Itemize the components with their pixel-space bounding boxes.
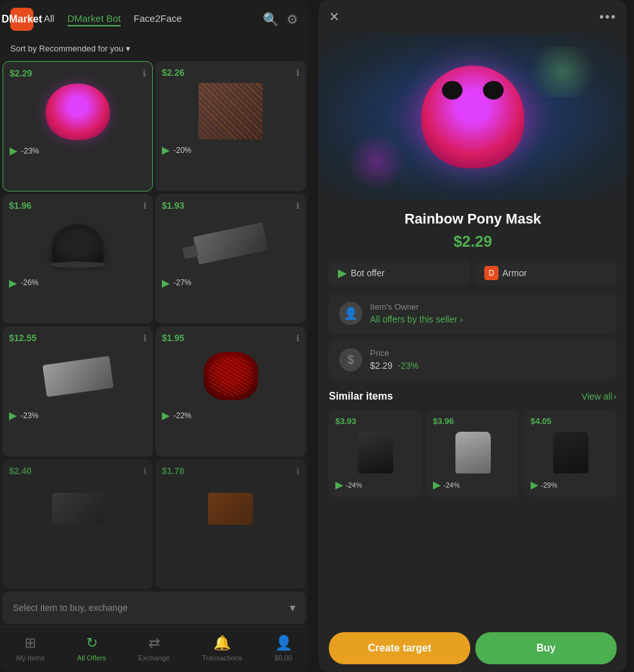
list-item[interactable]: $1.96 ℹ ▶ -26% (3, 194, 153, 324)
similar-price-2: $3.96 (433, 416, 513, 426)
filter-icon[interactable]: ⚙ (286, 12, 298, 27)
item-discount: -22% (173, 411, 191, 420)
similar-cards: $3.93 ▶ -24% $3.96 ▶ -24% (329, 410, 617, 497)
nav-label-all-offers: All Offers (77, 654, 106, 662)
owner-content: Item's Owner All offers by this seller › (370, 302, 606, 324)
select-bar-label: Select item to buy, exchange (13, 603, 128, 613)
item-image-area (162, 213, 299, 274)
price-row: $ Price $2.29 -23% (339, 348, 606, 371)
item-price: $2.29 (10, 68, 146, 78)
nav-label-exchange: Exchange (138, 654, 170, 662)
price-section: $ Price $2.29 -23% (329, 339, 617, 380)
search-icon[interactable]: 🔍 (263, 12, 279, 27)
item-image-area (162, 80, 299, 141)
list-item[interactable]: $2.40 ℹ (3, 459, 153, 590)
vest-image (358, 432, 393, 473)
badge-bot-offer[interactable]: ▶ Bot offer (329, 261, 470, 285)
owner-label: Item's Owner (370, 302, 606, 312)
action-buttons: Create target Buy (319, 624, 627, 672)
info-icon[interactable]: ℹ (143, 466, 146, 476)
item-footer: ▶ -26% (9, 277, 146, 289)
owner-link[interactable]: All offers by this seller › (370, 314, 606, 324)
dmarket-icon: ▶ (531, 479, 538, 491)
price-amount: $2.29 (370, 360, 392, 371)
item-price: $1.78 (162, 466, 299, 476)
nav-item-balance[interactable]: 👤 $0.00 (269, 632, 297, 664)
similar-image-3 (531, 430, 610, 475)
item-price: $2.26 (162, 67, 299, 78)
nav-label-transactions: Transactions (202, 654, 242, 662)
item-price: $2.40 (9, 466, 146, 476)
item-image (46, 84, 110, 140)
hero-glow-purple (344, 136, 409, 188)
list-item[interactable]: $1.93 ℹ ▶ -27% (155, 194, 306, 324)
create-target-button[interactable]: Create target (329, 632, 470, 664)
item-hero-image (421, 66, 524, 168)
refresh-icon: ↻ (86, 635, 98, 651)
list-item[interactable]: $1.95 ℹ ▶ -22% (155, 326, 306, 457)
select-bar[interactable]: Select item to buy, exchange ▾ (3, 592, 306, 624)
similar-footer-3: ▶ -29% (531, 479, 610, 491)
item-footer: ▶ -23% (9, 409, 146, 421)
exchange-icon: ⇄ (148, 635, 160, 651)
info-icon[interactable]: ℹ (143, 200, 146, 211)
item-image-area (9, 346, 146, 407)
info-icon[interactable]: ℹ (296, 200, 299, 211)
owner-avatar: 👤 (339, 302, 362, 325)
list-item[interactable]: $2.26 ℹ ▶ -20% (155, 61, 306, 191)
item-main-price: $2.29 (319, 230, 627, 261)
similar-card-1[interactable]: $3.93 ▶ -24% (329, 410, 421, 497)
dmarket-icon: ▶ (9, 409, 17, 421)
vest-image (455, 432, 491, 473)
item-image-area (10, 81, 146, 142)
view-all-text: View all (581, 391, 612, 402)
item-image-area (162, 479, 299, 540)
nav-item-all-offers[interactable]: ↻ All Offers (72, 632, 111, 664)
similar-discount-1: -24% (346, 481, 362, 489)
nav-tabs: All DMarket Bot Face2Face (44, 13, 252, 26)
item-price: $1.96 (9, 200, 146, 211)
list-item[interactable]: $12.55 ℹ ▶ -23% (3, 326, 153, 457)
dmarket-icon: ▶ (162, 277, 170, 289)
info-icon[interactable]: ℹ (143, 333, 146, 343)
badges-row: ▶ Bot offer D Armor (319, 261, 627, 293)
nav-item-my-items[interactable]: ⊞ My Items (11, 632, 50, 664)
buy-button[interactable]: Buy (475, 632, 617, 664)
nav-label-balance: $0.00 (274, 654, 292, 662)
item-name: Rainbow Pony Mask (319, 200, 627, 230)
dmarket-icon: ▶ (335, 479, 343, 491)
nav-item-transactions[interactable]: 🔔 Transactions (197, 632, 247, 664)
item-discount: -26% (21, 278, 39, 287)
info-icon[interactable]: ℹ (143, 68, 146, 78)
similar-section: Similar items View all › $3.93 ▶ -24% $3… (319, 385, 627, 505)
similar-price-3: $4.05 (531, 416, 610, 426)
info-icon[interactable]: ℹ (296, 67, 299, 78)
similar-card-3[interactable]: $4.05 ▶ -29% (524, 410, 617, 497)
list-item[interactable]: $2.29 ℹ ▶ -23% (3, 61, 153, 191)
item-footer: ▶ -23% (10, 145, 146, 157)
sort-value[interactable]: Recommended for you ▾ (39, 44, 130, 53)
nav-item-exchange[interactable]: ⇄ Exchange (133, 632, 175, 664)
tab-all[interactable]: All (44, 13, 55, 26)
close-button[interactable]: ✕ (329, 9, 340, 24)
tab-dmarket-bot[interactable]: DMarket Bot (67, 13, 121, 26)
grid-icon: ⊞ (24, 635, 36, 651)
list-item[interactable]: $1.78 ℹ (155, 459, 306, 590)
dmarket-icon: ▶ (10, 145, 17, 157)
more-options-button[interactable]: ••• (599, 10, 617, 24)
right-panel: ✕ ••• Rainbow Pony Mask $2.29 ▶ Bot offe… (319, 0, 627, 672)
similar-card-2[interactable]: $3.96 ▶ -24% (427, 410, 519, 497)
sort-prefix: Sort by (10, 44, 37, 53)
item-discount: -23% (21, 411, 39, 420)
item-image (193, 222, 269, 265)
badge-armor[interactable]: D Armor (475, 261, 617, 285)
view-all-link[interactable]: View all › (581, 391, 617, 402)
tab-face2face[interactable]: Face2Face (134, 13, 182, 26)
info-icon[interactable]: ℹ (296, 466, 299, 476)
dmarket-icon: ▶ (162, 144, 170, 156)
detail-header: ✕ ••• (319, 0, 627, 33)
info-icon[interactable]: ℹ (296, 333, 299, 343)
item-image-area (162, 346, 299, 407)
dmarket-icon: ▶ (9, 277, 17, 289)
chevron-down-icon: ▾ (290, 601, 295, 615)
